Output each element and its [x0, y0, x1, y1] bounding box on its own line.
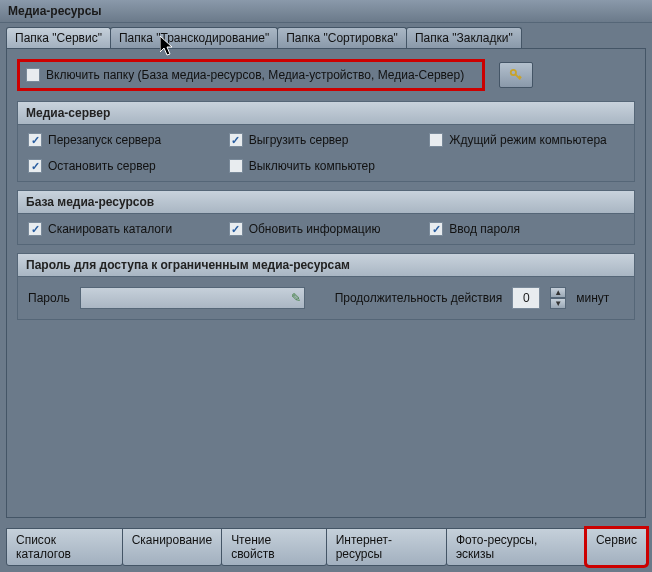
chk-standby[interactable]: Ждущий режим компьютера: [429, 133, 624, 147]
spinner-up[interactable]: ▲: [550, 287, 566, 298]
duration-label: Продолжительность действия: [335, 291, 503, 305]
chk-restart-server-label: Перезапуск сервера: [48, 133, 161, 147]
enable-folder-label: Включить папку (База медиа-ресурсов, Мед…: [46, 68, 464, 82]
chk-scan-dirs[interactable]: Сканировать каталоги: [28, 222, 223, 236]
chk-unload-server-label: Выгрузить сервер: [249, 133, 349, 147]
chk-standby-box[interactable]: [429, 133, 443, 147]
top-tabbar: Папка "Сервис" Папка "Транскодирование" …: [0, 23, 652, 48]
tab-bookmarks[interactable]: Папка "Закладки": [406, 27, 522, 48]
enable-row: Включить папку (База медиа-ресурсов, Мед…: [17, 59, 635, 91]
chk-shutdown-label: Выключить компьютер: [249, 159, 375, 173]
btab-read-props[interactable]: Чтение свойств: [221, 528, 327, 566]
group-password-title: Пароль для доступа к ограниченным медиа-…: [18, 254, 634, 277]
chk-scan-dirs-label: Сканировать каталоги: [48, 222, 172, 236]
btab-catalog-list[interactable]: Список каталогов: [6, 528, 123, 566]
duration-unit: минут: [576, 291, 609, 305]
bottom-tabbar: Список каталогов Сканирование Чтение сво…: [6, 528, 646, 566]
chk-unload-server[interactable]: Выгрузить сервер: [229, 133, 424, 147]
chk-enter-password-label: Ввод пароля: [449, 222, 520, 236]
chk-enter-password[interactable]: Ввод пароля: [429, 222, 624, 236]
password-input[interactable]: ✎: [80, 287, 305, 309]
chk-shutdown-box[interactable]: [229, 159, 243, 173]
chk-update-info[interactable]: Обновить информацию: [229, 222, 424, 236]
group-password: Пароль для доступа к ограниченным медиа-…: [17, 253, 635, 320]
group-media-server: Медиа-сервер Перезапуск сервера Выгрузит…: [17, 101, 635, 182]
tab-sorting[interactable]: Папка "Сортировка": [277, 27, 407, 48]
key-button[interactable]: [499, 62, 533, 88]
chk-restart-server-box[interactable]: [28, 133, 42, 147]
spinner-down[interactable]: ▼: [550, 298, 566, 309]
chk-standby-label: Ждущий режим компьютера: [449, 133, 606, 147]
chk-update-info-label: Обновить информацию: [249, 222, 381, 236]
chk-scan-dirs-box[interactable]: [28, 222, 42, 236]
group-media-server-title: Медиа-сервер: [18, 102, 634, 125]
chk-enter-password-box[interactable]: [429, 222, 443, 236]
btab-internet[interactable]: Интернет-ресурсы: [326, 528, 447, 566]
duration-spinner[interactable]: 0: [512, 287, 540, 309]
chk-shutdown[interactable]: Выключить компьютер: [229, 159, 424, 173]
key-icon: [509, 68, 523, 82]
window-title: Медиа-ресурсы: [0, 0, 652, 23]
chk-update-info-box[interactable]: [229, 222, 243, 236]
content-area: Включить папку (База медиа-ресурсов, Мед…: [6, 48, 646, 518]
group-media-db: База медиа-ресурсов Сканировать каталоги…: [17, 190, 635, 245]
edit-icon[interactable]: ✎: [291, 291, 301, 305]
group-media-db-title: База медиа-ресурсов: [18, 191, 634, 214]
enable-folder-checkbox[interactable]: [26, 68, 40, 82]
btab-service[interactable]: Сервис: [586, 528, 647, 566]
btab-photo[interactable]: Фото-ресурсы, эскизы: [446, 528, 587, 566]
chk-stop-server[interactable]: Остановить сервер: [28, 159, 223, 173]
tab-transcoding[interactable]: Папка "Транскодирование": [110, 27, 278, 48]
chk-restart-server[interactable]: Перезапуск сервера: [28, 133, 223, 147]
password-label: Пароль: [28, 291, 70, 305]
chk-stop-server-label: Остановить сервер: [48, 159, 156, 173]
btab-scanning[interactable]: Сканирование: [122, 528, 222, 566]
chk-stop-server-box[interactable]: [28, 159, 42, 173]
tab-service[interactable]: Папка "Сервис": [6, 27, 111, 48]
enable-folder-highlight: Включить папку (База медиа-ресурсов, Мед…: [17, 59, 485, 91]
chk-unload-server-box[interactable]: [229, 133, 243, 147]
